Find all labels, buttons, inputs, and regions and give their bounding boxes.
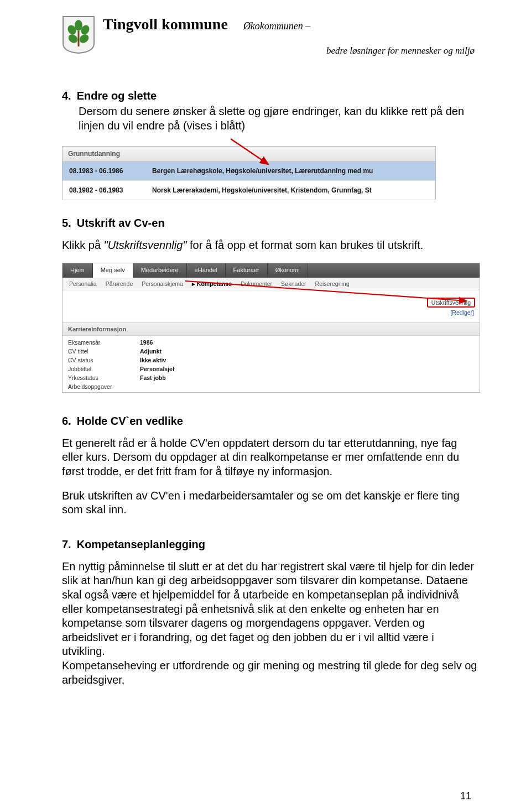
page-number: 11 <box>460 790 471 802</box>
subnav-dokumenter[interactable]: Dokumenter <box>241 280 272 287</box>
utskriftsvennlig-button[interactable]: Utskriftsvennlig <box>427 298 475 308</box>
kv-row: Arbeidsoppgaver <box>63 382 480 391</box>
section-6-p2: Bruk utskriften av CV'en i medarbeidersa… <box>62 489 478 517</box>
kv-key: Eksamensår <box>68 339 140 346</box>
kv-row: YrkesstatusFast jobb <box>63 373 480 382</box>
section-7-title: Kompetanseplanlegging <box>77 538 205 551</box>
nav-tab-ehandel[interactable]: eHandel <box>187 263 226 278</box>
kv-row: CV statusIkke aktiv <box>63 356 480 365</box>
nav-tab-okonomi[interactable]: Økonomi <box>268 263 308 278</box>
kv-key: CV status <box>68 357 140 363</box>
karriere-header: Karriereinformasjon <box>63 322 480 336</box>
kv-val: Ikke aktiv <box>140 357 166 363</box>
screenshot-app-ui: Hjem Meg selv Medarbeidere eHandel Faktu… <box>62 263 480 393</box>
kv-val: Personalsjef <box>140 366 174 372</box>
subnav-personalia[interactable]: Personalia <box>69 280 97 287</box>
kv-key: Jobbtittel <box>68 366 140 372</box>
table-row[interactable]: 08.1983 - 06.1986 Bergen Lærehøgskole, H… <box>63 162 435 180</box>
cell-desc: Norsk Lærerakademi, Høgskole/universitet… <box>152 186 429 194</box>
kv-row: Eksamensår1986 <box>63 338 480 347</box>
kv-key: Yrkesstatus <box>68 374 140 381</box>
nav-tab-meg-selv[interactable]: Meg selv <box>93 263 133 278</box>
primary-nav: Hjem Meg selv Medarbeidere eHandel Faktu… <box>63 263 480 278</box>
page-header: Tingvoll kommune Økokommunen – bedre løs… <box>62 15 478 56</box>
section-4-body: Dersom du senere ønsker å slette og gjør… <box>79 105 478 133</box>
text: Klikk på <box>62 239 104 251</box>
kv-val: Fast jobb <box>140 374 166 381</box>
section-7: 7. Kompetanseplanlegging En nyttig påmin… <box>62 538 478 687</box>
section-7-p1: En nyttig påminnelse til slutt er at det… <box>62 560 478 659</box>
org-name: Tingvoll kommune <box>103 15 228 33</box>
section-6-num: 6. <box>62 415 71 428</box>
section-7-num: 7. <box>62 538 71 551</box>
subnav-personalskjema[interactable]: Personalskjema <box>142 280 183 287</box>
rediger-link[interactable]: [Rediger] <box>427 309 474 316</box>
section-6-title: Holde CV`en vedlike <box>77 415 183 428</box>
tagline-1: Økokommunen – <box>243 20 310 32</box>
text-emph: "Utskriftsvennlig" <box>104 239 187 251</box>
section-7-p2: Kompetanseheving er utfordrende og gir m… <box>62 659 478 687</box>
text: for å få opp et format som kan brukes ti… <box>186 239 423 251</box>
table-header: Grunnutdanning <box>63 147 435 162</box>
subnav-parorende[interactable]: Pårørende <box>106 280 133 287</box>
section-4-title: Endre og slette <box>77 90 157 102</box>
crest-icon <box>62 15 95 54</box>
section-5: 5. Utskrift av Cv-en Klikk på "Utskrifts… <box>62 217 478 393</box>
content: 4. Endre og slette Dersom du senere ønsk… <box>62 90 478 687</box>
section-5-num: 5. <box>62 217 71 230</box>
table-row[interactable]: 08.1982 - 06.1983 Norsk Lærerakademi, Hø… <box>63 180 435 200</box>
section-6-p1: Et generelt råd er å holde CV'en oppdate… <box>62 436 478 479</box>
secondary-nav: Personalia Pårørende Personalskjema ▸ Ko… <box>63 278 480 290</box>
kv-row: CV tittelAdjunkt <box>63 347 480 356</box>
nav-tab-fakturaer[interactable]: Fakturaer <box>226 263 268 278</box>
cell-date: 08.1983 - 06.1986 <box>69 167 152 175</box>
cell-desc: Bergen Lærehøgskole, Høgskole/universite… <box>152 167 429 175</box>
kv-key: CV tittel <box>68 348 140 355</box>
kv-key: Arbeidsoppgaver <box>68 383 140 390</box>
subnav-reiseregning[interactable]: Reiseregning <box>315 280 350 287</box>
kv-val: Adjunkt <box>140 348 162 355</box>
kv-val: 1986 <box>140 339 153 346</box>
document-page: Tingvoll kommune Økokommunen – bedre løs… <box>0 0 531 687</box>
kv-row: JobbtittelPersonalsjef <box>63 365 480 373</box>
section-4-num: 4. <box>62 90 71 102</box>
nav-tab-hjem[interactable]: Hjem <box>63 263 93 278</box>
section-6: 6. Holde CV`en vedlike Et generelt råd e… <box>62 415 478 517</box>
tagline-2: bedre løsninger for mennesker og miljø <box>103 45 475 56</box>
section-5-body: Klikk på "Utskriftsvennlig" for å få opp… <box>62 238 478 253</box>
section-4: 4. Endre og slette Dersom du senere ønsk… <box>62 90 478 200</box>
subnav-soknader[interactable]: Søknader <box>281 280 306 287</box>
subnav-kompetanse[interactable]: ▸ Kompetanse <box>192 280 232 287</box>
nav-tab-medarbeidere[interactable]: Medarbeidere <box>133 263 187 278</box>
section-5-title: Utskrift av Cv-en <box>77 217 165 230</box>
cell-date: 08.1982 - 06.1983 <box>69 186 152 194</box>
screenshot-grunnutdanning: Grunnutdanning 08.1983 - 06.1986 Bergen … <box>62 146 436 200</box>
